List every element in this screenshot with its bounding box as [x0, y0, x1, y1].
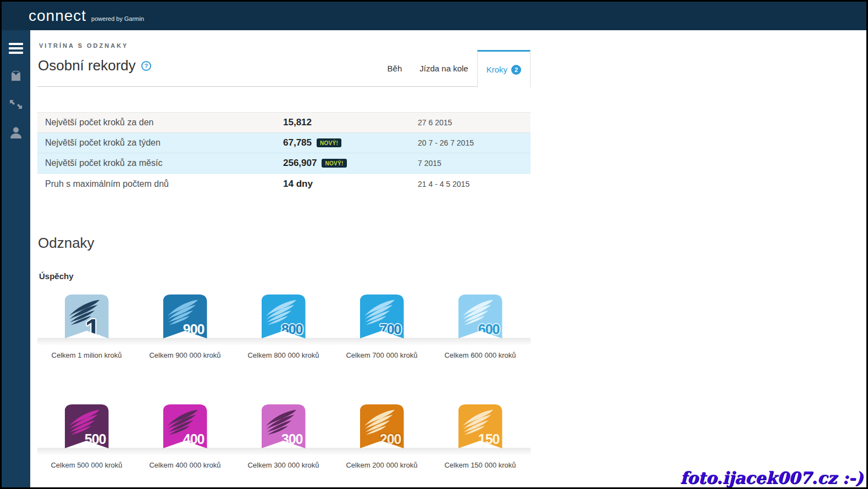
- badge-row: 500 Celkem 500 000 kroků 400 Celkem 400 …: [37, 404, 530, 469]
- achievement-badge-300[interactable]: 300 Celkem 300 000 kroků: [234, 404, 333, 469]
- achievement-badge-500[interactable]: 500 Celkem 500 000 kroků: [37, 404, 136, 469]
- badge-number: 200: [380, 432, 401, 446]
- badge-label: Celkem 400 000 kroků: [149, 461, 220, 469]
- badge-label: Celkem 1 milion kroků: [52, 351, 122, 359]
- achievement-badge-700[interactable]: 700 Celkem 700 000 kroků: [333, 294, 431, 359]
- record-label: Největší počet kroků za den: [37, 118, 283, 127]
- badge-ribbon: 300: [262, 404, 306, 448]
- tab-label: Jízda na kole: [419, 64, 468, 73]
- tab-kroky[interactable]: Kroky 2: [477, 50, 530, 87]
- badges-section-title: Odznaky: [38, 235, 95, 252]
- badge-number: 1: [85, 315, 99, 343]
- badge-ribbon: 500: [65, 404, 109, 448]
- record-row: Pruh s maximálním počtem dnů 14 dny NOVÝ…: [37, 174, 530, 194]
- record-label: Největší počet kroků za měsíc: [37, 158, 283, 168]
- record-label: Největší počet kroků za týden: [37, 138, 283, 148]
- new-record-badge: NOVÝ!: [317, 138, 341, 147]
- badge-ribbon: 200: [360, 404, 404, 448]
- badge-number: 300: [281, 432, 303, 446]
- profile-icon[interactable]: [6, 124, 26, 141]
- records-table: Největší počet kroků za den 15,812 NOVÝ!…: [37, 112, 530, 194]
- record-row: Největší počet kroků za měsíc 256,907 NO…: [37, 153, 530, 174]
- badges-subsection-title: Úspěchy: [39, 271, 74, 281]
- tab-label: Běh: [388, 64, 402, 73]
- badge-number: 900: [183, 323, 204, 336]
- record-date: 20 7 - 26 7 2015: [418, 138, 530, 147]
- badge-label: Celkem 300 000 kroků: [247, 461, 319, 469]
- record-number: 14 dny: [283, 179, 313, 190]
- sidebar: [2, 30, 30, 487]
- badge-ribbon: 1: [65, 294, 109, 338]
- badge-ribbon: 150: [458, 404, 502, 448]
- badge-label: Celkem 600 000 kroků: [444, 351, 516, 359]
- badge-ribbon: 900: [163, 294, 207, 338]
- tab-jízda-na-kole[interactable]: Jízda na kole: [411, 50, 477, 87]
- achievement-badge-400[interactable]: 400 Celkem 400 000 kroků: [136, 404, 234, 469]
- inbox-icon[interactable]: [6, 68, 26, 85]
- achievement-badge-150[interactable]: 150 Celkem 150 000 kroků: [431, 404, 529, 469]
- badge-label: Celkem 200 000 kroků: [346, 461, 417, 469]
- badge-label: Celkem 500 000 kroků: [51, 461, 122, 469]
- record-number: 256,907: [283, 158, 317, 169]
- record-value: 256,907 NOVÝ!: [283, 158, 418, 169]
- record-value: 15,812 NOVÝ!: [283, 117, 418, 128]
- tab-bar: Běh Jízda na kole Kroky 2: [37, 50, 530, 87]
- content: VITRÍNA S ODZNAKY Osobní rekordy ? Běh J…: [2, 2, 866, 487]
- breadcrumb: VITRÍNA S ODZNAKY: [39, 42, 128, 49]
- watermark: foto.ijacek007.cz :-): [680, 468, 863, 487]
- badge-ribbon: 600: [458, 294, 502, 338]
- activities-icon[interactable]: [6, 96, 26, 113]
- badge-number: 500: [85, 432, 106, 446]
- badge-ribbon: 400: [163, 404, 207, 448]
- tab-count-badge: 2: [511, 65, 521, 75]
- record-value: 14 dny NOVÝ!: [283, 179, 418, 190]
- app-window: connect powered by Garmin VITRÍNA S ODZN…: [0, 0, 868, 489]
- badge-number: 700: [380, 323, 401, 336]
- record-value: 67,785 NOVÝ!: [283, 137, 418, 148]
- menu-icon[interactable]: [6, 40, 26, 57]
- tab-label: Kroky: [486, 65, 507, 74]
- record-number: 67,785: [283, 137, 312, 148]
- badge-label: Celkem 150 000 kroků: [444, 461, 516, 469]
- new-record-badge: NOVÝ!: [322, 159, 346, 168]
- powered-by-garmin-label: powered by Garmin: [91, 15, 144, 22]
- badge-label: Celkem 700 000 kroků: [346, 351, 417, 359]
- badge-number: 400: [183, 432, 204, 446]
- record-date: 21 4 - 4 5 2015: [418, 180, 530, 188]
- achievement-badge-600[interactable]: 600 Celkem 600 000 kroků: [431, 294, 529, 359]
- record-row: Největší počet kroků za den 15,812 NOVÝ!…: [37, 113, 530, 133]
- badge-ribbon: 800: [262, 294, 306, 338]
- record-label: Pruh s maximálním počtem dnů: [37, 179, 283, 189]
- badge-number: 800: [281, 323, 303, 336]
- record-date: 27 6 2015: [418, 118, 530, 127]
- record-date: 7 2015: [418, 159, 530, 168]
- badge-label: Celkem 800 000 kroků: [247, 351, 319, 359]
- app-header: connect powered by Garmin: [2, 2, 866, 30]
- record-row: Největší počet kroků za týden 67,785 NOV…: [37, 133, 530, 153]
- achievement-badge-800[interactable]: 800 Celkem 800 000 kroků: [234, 294, 333, 359]
- achievement-badge-1[interactable]: 1 Celkem 1 milion kroků: [37, 294, 136, 359]
- badge-number: 150: [478, 432, 500, 446]
- record-number: 15,812: [283, 117, 312, 128]
- achievement-badge-200[interactable]: 200 Celkem 200 000 kroků: [333, 404, 431, 469]
- badge-label: Celkem 900 000 kroků: [149, 351, 220, 359]
- connect-logo[interactable]: connect: [29, 7, 86, 25]
- achievement-badge-900[interactable]: 900 Celkem 900 000 kroků: [136, 294, 234, 359]
- badge-ribbon: 700: [360, 294, 404, 338]
- badge-number: 600: [478, 323, 500, 336]
- badge-row: 1 Celkem 1 milion kroků 900 Celkem 900 0…: [37, 294, 530, 359]
- tab-běh[interactable]: Běh: [379, 50, 411, 87]
